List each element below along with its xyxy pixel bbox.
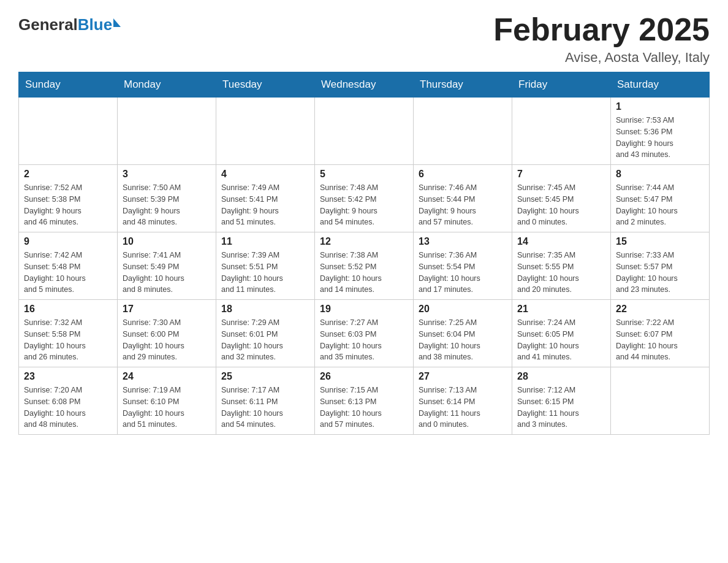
calendar-week-row-5: 23Sunrise: 7:20 AM Sunset: 6:08 PM Dayli… bbox=[19, 367, 710, 435]
calendar-cell: 20Sunrise: 7:25 AM Sunset: 6:04 PM Dayli… bbox=[414, 300, 512, 367]
calendar-cell: 21Sunrise: 7:24 AM Sunset: 6:05 PM Dayli… bbox=[512, 300, 611, 367]
calendar-cell: 3Sunrise: 7:50 AM Sunset: 5:39 PM Daylig… bbox=[118, 165, 216, 232]
day-number: 14 bbox=[517, 236, 605, 247]
logo-blue-part: Blue bbox=[78, 15, 121, 34]
calendar-cell: 4Sunrise: 7:49 AM Sunset: 5:41 PM Daylig… bbox=[216, 165, 315, 232]
calendar-cell: 24Sunrise: 7:19 AM Sunset: 6:10 PM Dayli… bbox=[118, 367, 216, 435]
calendar-cell: 23Sunrise: 7:20 AM Sunset: 6:08 PM Dayli… bbox=[19, 367, 118, 435]
calendar-cell: 26Sunrise: 7:15 AM Sunset: 6:13 PM Dayli… bbox=[315, 367, 414, 435]
calendar-week-row-1: 1Sunrise: 7:53 AM Sunset: 5:36 PM Daylig… bbox=[19, 98, 710, 165]
weekday-header-sunday: Sunday bbox=[19, 72, 118, 98]
calendar-week-row-4: 16Sunrise: 7:32 AM Sunset: 5:58 PM Dayli… bbox=[19, 300, 710, 367]
calendar-cell: 25Sunrise: 7:17 AM Sunset: 6:11 PM Dayli… bbox=[216, 367, 315, 435]
calendar-cell: 14Sunrise: 7:35 AM Sunset: 5:55 PM Dayli… bbox=[512, 232, 611, 300]
calendar-cell: 19Sunrise: 7:27 AM Sunset: 6:03 PM Dayli… bbox=[315, 300, 414, 367]
day-info: Sunrise: 7:30 AM Sunset: 6:00 PM Dayligh… bbox=[123, 317, 211, 363]
day-info: Sunrise: 7:53 AM Sunset: 5:36 PM Dayligh… bbox=[616, 115, 704, 161]
day-info: Sunrise: 7:22 AM Sunset: 6:07 PM Dayligh… bbox=[616, 317, 704, 363]
day-number: 5 bbox=[320, 169, 408, 180]
calendar-cell bbox=[315, 98, 414, 165]
calendar-cell: 11Sunrise: 7:39 AM Sunset: 5:51 PM Dayli… bbox=[216, 232, 315, 300]
calendar-week-row-2: 2Sunrise: 7:52 AM Sunset: 5:38 PM Daylig… bbox=[19, 165, 710, 232]
day-number: 28 bbox=[517, 371, 605, 382]
calendar-cell bbox=[611, 367, 710, 435]
day-number: 21 bbox=[517, 304, 605, 315]
logo: General Blue bbox=[18, 12, 121, 34]
day-number: 1 bbox=[616, 101, 704, 112]
day-number: 19 bbox=[320, 304, 408, 315]
day-number: 10 bbox=[123, 236, 211, 247]
day-info: Sunrise: 7:35 AM Sunset: 5:55 PM Dayligh… bbox=[517, 250, 605, 296]
day-number: 22 bbox=[616, 304, 704, 315]
day-number: 25 bbox=[221, 371, 309, 382]
calendar-cell: 15Sunrise: 7:33 AM Sunset: 5:57 PM Dayli… bbox=[611, 232, 710, 300]
day-number: 26 bbox=[320, 371, 408, 382]
day-info: Sunrise: 7:15 AM Sunset: 6:13 PM Dayligh… bbox=[320, 385, 408, 431]
weekday-header-thursday: Thursday bbox=[414, 72, 512, 98]
calendar-cell: 13Sunrise: 7:36 AM Sunset: 5:54 PM Dayli… bbox=[414, 232, 512, 300]
location-text: Avise, Aosta Valley, Italy bbox=[493, 50, 710, 66]
calendar-cell: 6Sunrise: 7:46 AM Sunset: 5:44 PM Daylig… bbox=[414, 165, 512, 232]
calendar-cell: 18Sunrise: 7:29 AM Sunset: 6:01 PM Dayli… bbox=[216, 300, 315, 367]
logo-blue-text: Blue bbox=[78, 15, 112, 34]
day-number: 23 bbox=[24, 371, 112, 382]
day-info: Sunrise: 7:20 AM Sunset: 6:08 PM Dayligh… bbox=[24, 385, 112, 431]
weekday-header-saturday: Saturday bbox=[611, 72, 710, 98]
day-number: 9 bbox=[24, 236, 112, 247]
day-info: Sunrise: 7:41 AM Sunset: 5:49 PM Dayligh… bbox=[123, 250, 211, 296]
day-number: 11 bbox=[221, 236, 309, 247]
day-info: Sunrise: 7:17 AM Sunset: 6:11 PM Dayligh… bbox=[221, 385, 309, 431]
day-info: Sunrise: 7:45 AM Sunset: 5:45 PM Dayligh… bbox=[517, 182, 605, 228]
calendar-cell: 28Sunrise: 7:12 AM Sunset: 6:15 PM Dayli… bbox=[512, 367, 611, 435]
weekday-header-row: SundayMondayTuesdayWednesdayThursdayFrid… bbox=[19, 72, 710, 98]
calendar-cell: 5Sunrise: 7:48 AM Sunset: 5:42 PM Daylig… bbox=[315, 165, 414, 232]
day-number: 3 bbox=[123, 169, 211, 180]
weekday-header-friday: Friday bbox=[512, 72, 611, 98]
page-header: General Blue February 2025 Avise, Aosta … bbox=[18, 12, 710, 66]
day-number: 18 bbox=[221, 304, 309, 315]
day-info: Sunrise: 7:19 AM Sunset: 6:10 PM Dayligh… bbox=[123, 385, 211, 431]
calendar-cell: 22Sunrise: 7:22 AM Sunset: 6:07 PM Dayli… bbox=[611, 300, 710, 367]
day-number: 13 bbox=[419, 236, 507, 247]
day-info: Sunrise: 7:32 AM Sunset: 5:58 PM Dayligh… bbox=[24, 317, 112, 363]
day-number: 15 bbox=[616, 236, 704, 247]
day-number: 7 bbox=[517, 169, 605, 180]
day-number: 2 bbox=[24, 169, 112, 180]
day-number: 6 bbox=[419, 169, 507, 180]
calendar-cell: 10Sunrise: 7:41 AM Sunset: 5:49 PM Dayli… bbox=[118, 232, 216, 300]
day-number: 8 bbox=[616, 169, 704, 180]
calendar-cell bbox=[19, 98, 118, 165]
logo-arrow-icon bbox=[113, 18, 121, 27]
day-info: Sunrise: 7:29 AM Sunset: 6:01 PM Dayligh… bbox=[221, 317, 309, 363]
day-info: Sunrise: 7:12 AM Sunset: 6:15 PM Dayligh… bbox=[517, 385, 605, 431]
day-info: Sunrise: 7:33 AM Sunset: 5:57 PM Dayligh… bbox=[616, 250, 704, 296]
calendar-cell: 7Sunrise: 7:45 AM Sunset: 5:45 PM Daylig… bbox=[512, 165, 611, 232]
calendar-cell: 27Sunrise: 7:13 AM Sunset: 6:14 PM Dayli… bbox=[414, 367, 512, 435]
weekday-header-monday: Monday bbox=[118, 72, 216, 98]
weekday-header-tuesday: Tuesday bbox=[216, 72, 315, 98]
title-section: February 2025 Avise, Aosta Valley, Italy bbox=[493, 12, 710, 66]
calendar-cell bbox=[216, 98, 315, 165]
logo-general-text: General bbox=[18, 15, 78, 34]
calendar-cell: 8Sunrise: 7:44 AM Sunset: 5:47 PM Daylig… bbox=[611, 165, 710, 232]
day-info: Sunrise: 7:25 AM Sunset: 6:04 PM Dayligh… bbox=[419, 317, 507, 363]
day-info: Sunrise: 7:50 AM Sunset: 5:39 PM Dayligh… bbox=[123, 182, 211, 228]
day-number: 20 bbox=[419, 304, 507, 315]
day-number: 24 bbox=[123, 371, 211, 382]
calendar-table: SundayMondayTuesdayWednesdayThursdayFrid… bbox=[18, 72, 710, 435]
day-number: 17 bbox=[123, 304, 211, 315]
calendar-cell: 17Sunrise: 7:30 AM Sunset: 6:00 PM Dayli… bbox=[118, 300, 216, 367]
calendar-cell: 12Sunrise: 7:38 AM Sunset: 5:52 PM Dayli… bbox=[315, 232, 414, 300]
day-info: Sunrise: 7:44 AM Sunset: 5:47 PM Dayligh… bbox=[616, 182, 704, 228]
calendar-cell bbox=[414, 98, 512, 165]
day-info: Sunrise: 7:42 AM Sunset: 5:48 PM Dayligh… bbox=[24, 250, 112, 296]
day-info: Sunrise: 7:24 AM Sunset: 6:05 PM Dayligh… bbox=[517, 317, 605, 363]
day-number: 16 bbox=[24, 304, 112, 315]
day-info: Sunrise: 7:52 AM Sunset: 5:38 PM Dayligh… bbox=[24, 182, 112, 228]
day-info: Sunrise: 7:48 AM Sunset: 5:42 PM Dayligh… bbox=[320, 182, 408, 228]
day-number: 12 bbox=[320, 236, 408, 247]
day-info: Sunrise: 7:39 AM Sunset: 5:51 PM Dayligh… bbox=[221, 250, 309, 296]
day-info: Sunrise: 7:49 AM Sunset: 5:41 PM Dayligh… bbox=[221, 182, 309, 228]
day-info: Sunrise: 7:36 AM Sunset: 5:54 PM Dayligh… bbox=[419, 250, 507, 296]
calendar-cell: 2Sunrise: 7:52 AM Sunset: 5:38 PM Daylig… bbox=[19, 165, 118, 232]
